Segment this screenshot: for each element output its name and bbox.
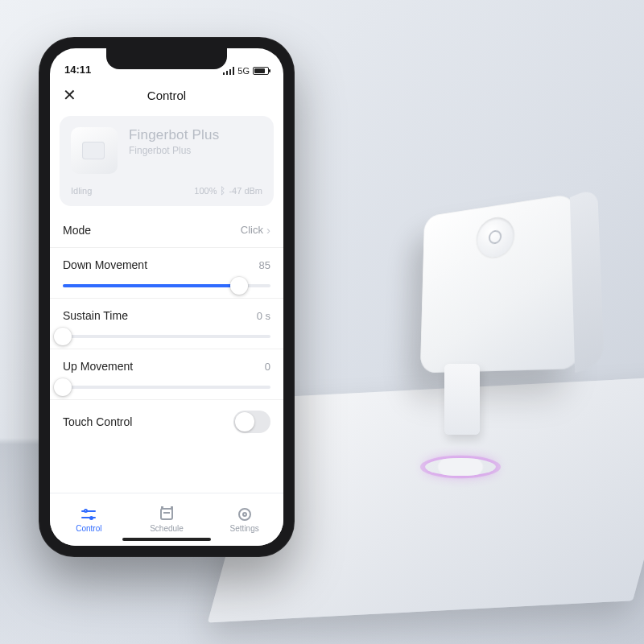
down-movement-value: 85	[259, 259, 270, 271]
nav-bar: ✕ Control	[50, 79, 283, 111]
mode-value: Click	[241, 224, 263, 236]
toggle-knob[interactable]	[235, 412, 254, 431]
fingerbot-device	[420, 193, 580, 373]
device-top-button-icon	[477, 215, 514, 259]
tab-schedule-label: Schedule	[150, 524, 184, 533]
close-button[interactable]: ✕	[61, 87, 77, 103]
device-thumbnail-icon	[71, 127, 118, 174]
settings-list: Mode Click › Down Movement 85	[50, 213, 283, 444]
tab-bar: Control Schedule Settings	[50, 493, 283, 546]
device-plunger	[444, 364, 480, 435]
chevron-right-icon: ›	[266, 223, 270, 237]
slider-thumb[interactable]	[230, 277, 248, 295]
close-icon: ✕	[63, 85, 76, 105]
up-movement-label: Up Movement	[63, 360, 133, 373]
tab-settings-label: Settings	[230, 524, 259, 533]
status-network: 5G	[237, 66, 250, 76]
sustain-time-row: Sustain Time 0 s	[50, 299, 283, 349]
schedule-icon	[160, 508, 173, 520]
signal-icon	[223, 67, 234, 75]
power-button-ring-icon	[425, 458, 496, 476]
device-name: Fingerbot Plus	[129, 127, 262, 143]
battery-icon	[253, 67, 269, 75]
phone-frame: 14:11 5G ✕ Control Fingerbot Plus Finger…	[39, 37, 295, 557]
device-card[interactable]: Fingerbot Plus Fingerbot Plus Idling 100…	[60, 116, 274, 206]
home-indicator[interactable]	[122, 538, 211, 541]
settings-icon	[238, 508, 251, 521]
sustain-time-label: Sustain Time	[63, 309, 128, 322]
down-movement-slider[interactable]	[63, 284, 270, 287]
status-time: 14:11	[64, 64, 91, 76]
phone-notch	[106, 48, 227, 69]
tab-settings[interactable]: Settings	[205, 493, 283, 546]
phone-screen: 14:11 5G ✕ Control Fingerbot Plus Finger…	[50, 48, 283, 546]
control-icon	[81, 509, 96, 520]
down-movement-label: Down Movement	[63, 258, 147, 271]
slider-thumb[interactable]	[54, 328, 72, 345]
device-model: Fingerbot Plus	[129, 145, 262, 156]
up-movement-value: 0	[265, 361, 270, 373]
slider-thumb[interactable]	[54, 378, 72, 396]
tab-control[interactable]: Control	[50, 493, 128, 546]
down-movement-row: Down Movement 85	[50, 248, 283, 299]
page-title: Control	[147, 89, 186, 102]
device-battery: 100%	[194, 186, 217, 196]
sustain-time-value: 0 s	[257, 310, 270, 322]
up-movement-row: Up Movement 0	[50, 349, 283, 400]
bluetooth-icon: ᛒ	[220, 185, 225, 196]
mode-row[interactable]: Mode Click ›	[50, 213, 283, 248]
up-movement-slider[interactable]	[63, 386, 270, 389]
touch-control-row: Touch Control	[50, 400, 283, 444]
sustain-time-slider[interactable]	[63, 335, 270, 338]
device-signal: -47 dBm	[229, 186, 262, 196]
touch-control-toggle[interactable]	[233, 411, 270, 433]
touch-control-label: Touch Control	[63, 415, 132, 428]
mode-label: Mode	[63, 224, 91, 237]
device-state: Idling	[71, 186, 92, 196]
tab-control-label: Control	[76, 524, 101, 533]
